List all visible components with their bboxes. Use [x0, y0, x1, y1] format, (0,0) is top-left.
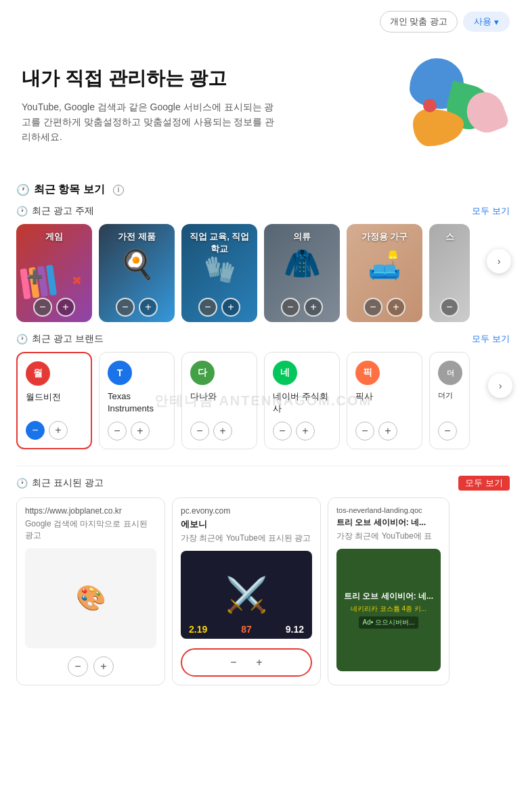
hero-section: 내가 직접 관리하는 광고 YouTube, Google 검색과 같은 Goo… — [0, 38, 526, 176]
topic-next-arrow[interactable]: › — [487, 249, 511, 273]
brand-card-worldvision[interactable]: 월 월드비전 − + — [16, 352, 92, 449]
topic-cards-container: 게임 ➕ ✖ − + 가전 제품 🍳 − — [16, 224, 510, 322]
brand-card-danawa[interactable]: 다 다나와 − + — [181, 352, 257, 449]
evony-minus-btn[interactable]: − — [223, 652, 244, 673]
appliance-plus-btn[interactable]: + — [139, 298, 158, 317]
clothing-minus-btn[interactable]: − — [281, 298, 300, 317]
danawa-plus-btn[interactable]: + — [213, 422, 232, 441]
texas-controls: − + — [108, 422, 166, 441]
evony-desc: 가장 최근에 YouTube에 표시된 광고 — [181, 533, 312, 544]
topic-label-appliance: 가전 제품 — [99, 231, 175, 243]
furniture-minus-btn[interactable]: − — [364, 298, 382, 317]
evony-url: pc.evony.com — [181, 506, 312, 516]
naver-minus-btn[interactable]: − — [273, 422, 292, 441]
tos-thumb: 트리 오브 세이비어: 네... 네키리카 코스튬 4종 키... Ad• 으으… — [336, 549, 441, 671]
game-card-controls: − + — [16, 298, 92, 317]
ad-card-evony[interactable]: pc.evony.com 에보니 가장 최근에 YouTube에 표시된 광고 … — [172, 497, 321, 685]
game-plus-btn[interactable]: + — [56, 298, 75, 317]
clothing-plus-btn[interactable]: + — [304, 298, 323, 317]
brand-see-all[interactable]: 모두 보기 — [472, 333, 510, 345]
topic-label-education: 직업 교육, 직업학교 — [181, 231, 257, 255]
recent-ads-header: 🕐 최근 표시된 광고 모두 보기 — [16, 476, 510, 491]
danawa-name: 다나와 — [190, 390, 248, 415]
pixar-avatar: 픽 — [355, 361, 380, 385]
jobplanet-controls: − + — [25, 656, 156, 677]
pixar-minus-btn[interactable]: − — [355, 422, 374, 441]
topic-see-all[interactable]: 모두 보기 — [472, 205, 510, 217]
jobplanet-url: https://www.jobplanet.co.kr — [25, 506, 156, 516]
education-card-controls: − + — [181, 298, 257, 317]
brand-sub-header: 🕐 최근 광고 브랜드 모두 보기 — [16, 333, 510, 345]
brand-card-texas[interactable]: T Texas Instruments − + — [99, 352, 175, 449]
hero-text: 내가 직접 관리하는 광고 YouTube, Google 검색과 같은 Goo… — [22, 66, 355, 145]
tos-desc: 가장 최근에 YouTube에 표 — [336, 531, 441, 542]
ad-card-jobplanet[interactable]: https://www.jobplanet.co.kr Google 검색에 마… — [16, 497, 165, 685]
game-minus-btn[interactable]: − — [33, 298, 52, 317]
pixar-plus-btn[interactable]: + — [378, 422, 397, 441]
topic-card-education[interactable]: 직업 교육, 직업학교 🧤 − + — [181, 224, 257, 322]
topic-card-appliance[interactable]: 가전 제품 🍳 − + — [99, 224, 175, 322]
appliance-minus-btn[interactable]: − — [116, 298, 135, 317]
jobplanet-minus-btn[interactable]: − — [68, 656, 88, 677]
worldvision-name: 월드비전 — [26, 391, 83, 414]
brand-card-naver[interactable]: 네 네이버 주식회사 − + — [264, 352, 340, 449]
topic-label-clothing: 의류 — [264, 231, 340, 243]
ads-clock-icon: 🕐 — [16, 478, 28, 489]
brand-card-pixar[interactable]: 픽 픽사 − + — [347, 352, 422, 449]
danawa-avatar: 다 — [190, 361, 215, 385]
naver-avatar: 네 — [273, 361, 297, 385]
topic-card-game[interactable]: 게임 ➕ ✖ − + — [16, 224, 92, 322]
recent-items-section: 🕐 최근 항목 보기 i 🕐 최근 광고 주제 모두 보기 게임 ➕ — [0, 176, 526, 460]
ads-see-all[interactable]: 모두 보기 — [458, 476, 510, 491]
brand-card-more[interactable]: 더 더기 − — [429, 352, 470, 449]
hero-description: YouTube, Google 검색과 같은 Google 서비스에 표시되는 … — [22, 99, 279, 145]
topic-sub-header: 🕐 최근 광고 주제 모두 보기 — [16, 205, 510, 217]
tos-url: tos-neverland-landing.qoc — [336, 506, 441, 514]
worldvision-controls: − + — [26, 421, 83, 440]
topic-card-furniture[interactable]: 가정용 가구 🛋️ − + — [347, 224, 422, 322]
info-icon[interactable]: i — [113, 185, 124, 196]
jobplanet-desc: Google 검색에 마지막으로 표시된 광고 — [25, 518, 156, 541]
furniture-card-controls: − + — [347, 298, 422, 317]
topic-label-misc: 스 — [429, 231, 470, 243]
brand-next-arrow[interactable]: › — [488, 374, 512, 398]
divider — [16, 466, 510, 466]
misc-card-controls: − — [429, 298, 470, 317]
topic-card-clothing[interactable]: 의류 🧥 − + — [264, 224, 340, 322]
texas-minus-btn[interactable]: − — [108, 422, 127, 441]
evony-plus-btn[interactable]: + — [249, 652, 269, 673]
topic-label-furniture: 가정용 가구 — [347, 231, 422, 243]
misc-minus-btn[interactable]: − — [440, 298, 459, 317]
education-minus-btn[interactable]: − — [198, 298, 217, 317]
ad-cards-row: https://www.jobplanet.co.kr Google 검색에 마… — [16, 497, 510, 685]
tos-subdesc: 트리 오브 세이비어: 네... — [336, 517, 441, 528]
recent-ads-title: 🕐 최근 표시된 광고 — [16, 477, 104, 489]
naver-plus-btn[interactable]: + — [296, 422, 315, 441]
topic-cards-row: 게임 ➕ ✖ − + 가전 제품 🍳 − — [16, 224, 510, 322]
hero-title: 내가 직접 관리하는 광고 — [22, 66, 355, 91]
topic-clock-icon: 🕐 — [16, 206, 28, 217]
personalized-ad-label: 개인 맞춤 광고 — [380, 11, 458, 32]
topic-card-misc[interactable]: 스 − — [429, 224, 470, 322]
texas-plus-btn[interactable]: + — [131, 422, 150, 441]
texas-name: Texas Instruments — [108, 390, 166, 415]
shape-red-ball — [423, 99, 437, 112]
jobplanet-thumb: 🎨 — [25, 548, 156, 648]
topic-label-game: 게임 — [16, 231, 92, 243]
clothing-card-controls: − + — [264, 298, 340, 317]
hero-illustration — [355, 51, 504, 160]
more-name: 더기 — [438, 390, 461, 415]
recent-ads-section: 🕐 최근 표시된 광고 모두 보기 https://www.jobplanet.… — [0, 469, 526, 696]
jobplanet-plus-btn[interactable]: + — [93, 656, 114, 677]
danawa-minus-btn[interactable]: − — [190, 422, 209, 441]
brand-title: 🕐 최근 광고 브랜드 — [16, 333, 104, 345]
pixar-controls: − + — [355, 422, 414, 441]
more-minus-btn[interactable]: − — [438, 422, 457, 441]
use-button[interactable]: 사용 ▾ — [463, 12, 510, 32]
worldvision-plus-btn[interactable]: + — [49, 421, 68, 440]
furniture-plus-btn[interactable]: + — [387, 298, 406, 317]
education-plus-btn[interactable]: + — [221, 298, 240, 317]
ad-card-tos[interactable]: tos-neverland-landing.qoc 트리 오브 세이비어: 네.… — [328, 497, 450, 685]
worldvision-minus-btn[interactable]: − — [26, 421, 45, 440]
section-header: 🕐 최근 항목 보기 i — [16, 183, 510, 197]
